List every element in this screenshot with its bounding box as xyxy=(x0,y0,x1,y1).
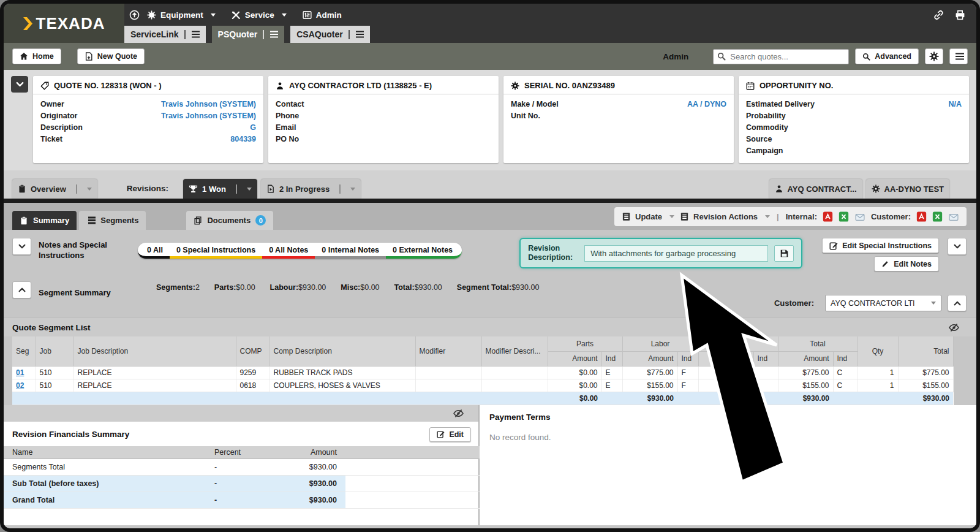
customer-excel-icon[interactable] xyxy=(932,211,943,222)
search-box xyxy=(713,49,849,64)
badge-special-instructions[interactable]: 0 Special Instructions xyxy=(170,243,262,259)
link-icon[interactable] xyxy=(933,9,944,20)
tab-overview[interactable]: Overview xyxy=(12,179,97,199)
tab-csaquoter[interactable]: CSAQuoter xyxy=(290,26,369,43)
parts-total: $0.00 xyxy=(236,283,255,292)
notes-collapse-button[interactable] xyxy=(12,238,31,255)
customer-select-label: Customer: xyxy=(774,298,814,308)
hide-columns-icon[interactable] xyxy=(949,322,959,333)
menu-admin[interactable]: Admin xyxy=(303,10,342,20)
make-model-link[interactable]: AA / DYNO xyxy=(687,99,726,110)
payment-terms-title: Payment Terms xyxy=(489,412,976,422)
badge-external-notes[interactable]: 0 External Notes xyxy=(386,243,462,259)
customer-pdf-icon[interactable] xyxy=(916,211,927,222)
tab-unit-context[interactable]: AA-DYNO TEST xyxy=(866,179,950,199)
calendar-icon xyxy=(746,82,755,90)
badge-internal-notes[interactable]: 0 Internal Notes xyxy=(315,243,386,259)
tab-revision-in-progress[interactable]: 2 In Progress xyxy=(261,179,361,199)
top-menu-bar: Equipment Service Admin xyxy=(124,4,976,26)
financials-title: Revision Financials Summary xyxy=(12,430,429,439)
revision-description-input[interactable] xyxy=(584,245,768,262)
segment-link[interactable]: 01 xyxy=(16,368,24,377)
edit-special-instructions-button[interactable]: Edit Special Instructions xyxy=(822,238,939,253)
section-collapse-button[interactable] xyxy=(948,238,967,255)
bottom-panels: Revision Financials Summary Edit Name Pe… xyxy=(4,405,976,525)
segment-summary-row: Segment Summary Segments:2 Parts:$0.00 L… xyxy=(4,274,976,317)
edit-square-icon xyxy=(437,430,445,438)
segment-summary-collapse-button-right[interactable] xyxy=(948,295,967,311)
trophy-icon xyxy=(189,184,198,194)
texada-logo: TEXADA xyxy=(4,4,124,43)
internal-excel-icon[interactable] xyxy=(839,211,849,222)
print-icon[interactable] xyxy=(955,9,965,20)
new-quote-button[interactable]: New Quote xyxy=(77,48,145,64)
badge-all[interactable]: 0 All xyxy=(138,243,170,259)
ticket-link[interactable]: 804339 xyxy=(230,134,256,145)
labour-total: $930.00 xyxy=(298,283,326,292)
save-revision-description-button[interactable] xyxy=(774,245,794,262)
tab-documents[interactable]: Documents 0 xyxy=(186,211,273,230)
tab-customer-context[interactable]: AYQ CONTRACT... xyxy=(769,179,862,199)
tab-servicelink[interactable]: ServiceLink xyxy=(124,26,206,43)
quote-header-panels: QUOTE NO. 128318 (WON - ) OwnerTravis Jo… xyxy=(4,70,976,170)
chevron-down-icon xyxy=(669,215,674,221)
chevron-down-icon xyxy=(18,242,26,251)
customer-label: Customer: xyxy=(871,212,911,221)
tab-psquoter[interactable]: PSQuoter xyxy=(212,26,285,43)
home-button[interactable]: Home xyxy=(12,48,61,64)
financials-row-subtotal: Sub Total (before taxes) - $930.00 xyxy=(4,476,480,492)
advanced-search-button[interactable]: Advanced xyxy=(855,48,919,64)
up-circle-icon[interactable] xyxy=(129,9,140,20)
tab-summary[interactable]: Summary xyxy=(12,211,77,230)
badge-all-notes[interactable]: 0 All Notes xyxy=(262,243,315,259)
financials-header-row: Name Percent Amount xyxy=(4,446,480,459)
chevron-up-icon xyxy=(18,286,26,294)
originator-link[interactable]: Travis Johnson (SYSTEM) xyxy=(161,110,256,122)
collapse-panels-button[interactable] xyxy=(11,76,28,93)
financials-row-grandtotal: Grand Total - $930.00 xyxy=(4,492,480,509)
clipboard-icon xyxy=(18,184,26,193)
hide-columns-icon[interactable] xyxy=(453,408,464,419)
person-icon xyxy=(775,184,783,193)
segment-link[interactable]: 02 xyxy=(16,381,24,390)
admin-sliders-icon xyxy=(303,10,312,20)
internal-email-icon[interactable] xyxy=(854,211,865,221)
gear-icon xyxy=(872,184,880,193)
app-window: TEXADA Equipment Service Admin xyxy=(0,0,980,532)
customer-email-icon[interactable] xyxy=(948,211,959,221)
update-button[interactable]: Update xyxy=(622,212,674,221)
menu-icon xyxy=(956,56,964,58)
edit-square-icon xyxy=(829,241,838,250)
list-menu-button[interactable] xyxy=(949,48,968,64)
internal-pdf-icon[interactable] xyxy=(823,211,833,222)
customer-card-title: AYQ CONTRACTOR LTD (1138825 - E) xyxy=(289,81,432,90)
owner-link[interactable]: Travis Johnson (SYSTEM) xyxy=(161,99,256,110)
quote-segment-list-title: Quote Segment List xyxy=(12,323,949,332)
settings-button[interactable] xyxy=(925,48,943,64)
document-lines-icon xyxy=(622,212,631,221)
menu-service[interactable]: Service xyxy=(232,10,287,20)
segment-summary-collapse-button[interactable] xyxy=(12,281,31,298)
customer-select[interactable]: AYQ CONTRACTOR LTI xyxy=(825,295,941,311)
quote-segment-list-header: Quote Segment List xyxy=(4,317,976,336)
labor-group-header: Labor xyxy=(622,336,698,351)
edit-notes-button[interactable]: Edit Notes xyxy=(874,256,939,272)
financials-toolbar xyxy=(4,405,478,422)
view-tab-bar: Summary Segments Documents 0 Update Revi… xyxy=(4,203,976,230)
tab-revision-won[interactable]: 1 Won xyxy=(183,179,257,199)
description-value: G xyxy=(250,122,256,134)
chevron-up-icon xyxy=(953,299,962,308)
edit-financials-button[interactable]: Edit xyxy=(429,427,471,442)
segment-summary-stats: Segments:2 Parts:$0.00 Labour:$930.00 Mi… xyxy=(156,281,539,292)
search-input[interactable] xyxy=(713,49,849,64)
tab-segments[interactable]: Segments xyxy=(79,211,146,230)
menu-icon xyxy=(270,34,278,36)
menu-equipment[interactable]: Equipment xyxy=(147,10,216,20)
chevron-down-icon xyxy=(282,13,287,19)
person-icon xyxy=(276,82,284,90)
product-tab-bar: ServiceLink PSQuoter CSAQuoter xyxy=(124,26,976,43)
tag-icon xyxy=(40,82,49,90)
revision-actions-button[interactable]: Revision Actions xyxy=(680,212,770,221)
chevron-down-icon xyxy=(765,215,770,221)
internal-label: Internal: xyxy=(786,212,817,221)
